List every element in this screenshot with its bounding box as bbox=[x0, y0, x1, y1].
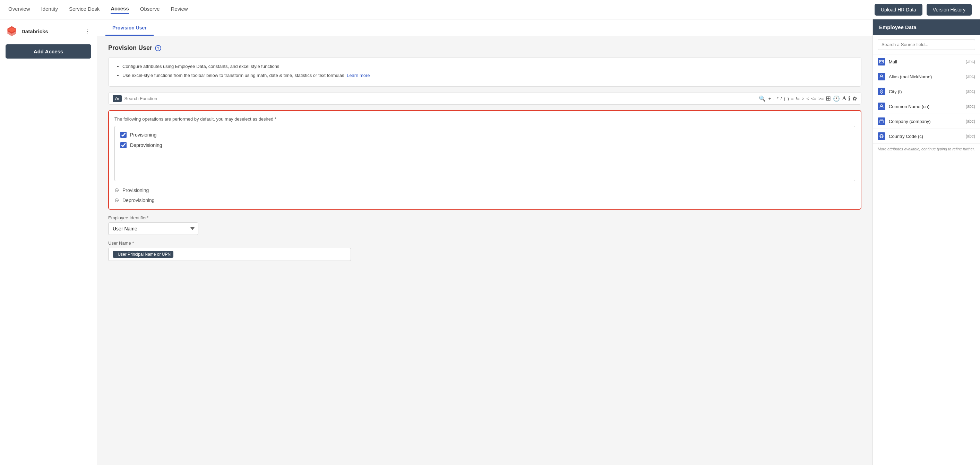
field-type-company: (abc) bbox=[966, 119, 975, 124]
field-name-city: City (l) bbox=[889, 89, 963, 94]
info-item-2: Use excel-style functions from the toolb… bbox=[123, 72, 854, 79]
brand-name: Databricks bbox=[22, 29, 48, 34]
svg-point-5 bbox=[881, 91, 882, 92]
op-divide[interactable]: / bbox=[781, 96, 782, 101]
field-item-mail[interactable]: Mail (abc) bbox=[873, 54, 980, 69]
op-minus[interactable]: - bbox=[773, 96, 774, 101]
deprovisioning-radio-label: Deprovisioning bbox=[123, 197, 155, 203]
top-nav-buttons: Upload HR Data Version History bbox=[875, 4, 972, 16]
deprovisioning-checkbox[interactable] bbox=[120, 142, 127, 148]
main-content: Provision User Provision User ? Configur… bbox=[97, 19, 872, 465]
deprovisioning-checkbox-row: Deprovisioning bbox=[120, 142, 849, 148]
scroll-tabs: Provision User bbox=[97, 19, 872, 36]
field-type-country-code: (abc) bbox=[966, 134, 975, 139]
field-name-company: Company (company) bbox=[889, 119, 963, 124]
user-name-box: User Name * | User Principal Name or UPN bbox=[108, 240, 861, 261]
deprovisioning-radio-row: ⊖ Deprovisioning bbox=[115, 197, 855, 203]
op-multiply[interactable]: * bbox=[777, 96, 778, 101]
provisioning-radio-row: ⊖ Provisioning bbox=[115, 187, 855, 194]
op-greater[interactable]: > bbox=[802, 96, 805, 101]
field-name-alias: Alias (mailNickName) bbox=[889, 74, 963, 79]
op-open-paren[interactable]: ( bbox=[784, 96, 785, 101]
svg-rect-7 bbox=[880, 120, 883, 123]
search-function-input[interactable] bbox=[124, 96, 756, 101]
field-item-country-code[interactable]: Country Code (c) (abc) bbox=[873, 129, 980, 144]
op-plus[interactable]: + bbox=[768, 96, 771, 101]
op-less[interactable]: < bbox=[806, 96, 809, 101]
field-item-company[interactable]: Company (company) (abc) bbox=[873, 114, 980, 129]
field-type-mail: (abc) bbox=[966, 59, 975, 64]
provisioning-checkbox-row: Provisioning bbox=[120, 132, 849, 138]
databricks-logo-icon bbox=[6, 25, 18, 37]
op-not-equals[interactable]: != bbox=[796, 96, 800, 101]
field-item-city[interactable]: City (l) (abc) bbox=[873, 84, 980, 99]
field-icon-mail bbox=[878, 58, 885, 65]
nav-service-desk[interactable]: Service Desk bbox=[69, 6, 100, 13]
settings-icon[interactable]: ✿ bbox=[853, 95, 857, 102]
employee-identifier-label: Employee Identifier* bbox=[108, 215, 861, 221]
top-nav: Overview Identity Service Desk Access Ob… bbox=[0, 0, 980, 19]
field-name-mail: Mail bbox=[889, 59, 963, 65]
sidebar-brand: Databricks ⋮ bbox=[6, 25, 91, 37]
op-equals[interactable]: = bbox=[791, 96, 794, 101]
employee-data-footer: More attributes available, continue typi… bbox=[873, 144, 980, 154]
svg-rect-3 bbox=[880, 60, 884, 63]
op-greater-equals[interactable]: >= bbox=[818, 96, 824, 101]
field-type-common-name: (abc) bbox=[966, 104, 975, 109]
info-box: Configure attributes using Employee Data… bbox=[108, 57, 861, 87]
info-circle-icon[interactable]: ℹ bbox=[848, 95, 850, 102]
brand-info: Databricks bbox=[6, 25, 48, 37]
operations-box: The following operations are performed b… bbox=[108, 110, 861, 209]
provisioning-radio-label: Provisioning bbox=[123, 187, 149, 193]
fx-badge: fx bbox=[113, 95, 122, 102]
field-icon-common-name bbox=[878, 103, 885, 110]
deprovisioning-radio-icon: ⊖ bbox=[115, 197, 119, 203]
field-icon-company bbox=[878, 117, 885, 125]
deprovisioning-checkbox-label: Deprovisioning bbox=[130, 143, 162, 148]
learn-more-link[interactable]: Learn more bbox=[347, 73, 370, 78]
provisioning-checkbox[interactable] bbox=[120, 132, 127, 138]
nav-links: Overview Identity Service Desk Access Ob… bbox=[8, 6, 188, 14]
field-icon-city bbox=[878, 88, 885, 95]
formula-operators: + - * / ( ) = != > < <= >= ⊞ 🕐 A ℹ ✿ bbox=[768, 95, 857, 102]
more-options-icon[interactable]: ⋮ bbox=[84, 27, 91, 35]
section-title: Provision User ? bbox=[108, 44, 861, 52]
employee-data-field-list: Mail (abc) Alias (mailNickName) (abc) Ci… bbox=[873, 54, 980, 144]
info-list: Configure attributes using Employee Data… bbox=[116, 63, 854, 79]
add-access-button[interactable]: Add Access bbox=[6, 44, 91, 59]
field-item-common-name[interactable]: Common Name (cn) (abc) bbox=[873, 99, 980, 114]
nav-review[interactable]: Review bbox=[171, 6, 188, 13]
version-history-button[interactable]: Version History bbox=[927, 4, 972, 16]
employee-data-search bbox=[873, 35, 980, 54]
formula-bar: fx 🔍 + - * / ( ) = != > < <= >= ⊞ bbox=[108, 92, 861, 105]
field-name-country-code: Country Code (c) bbox=[889, 134, 963, 139]
sidebar: Databricks ⋮ Add Access bbox=[0, 19, 97, 465]
operations-description: The following operations are performed b… bbox=[115, 116, 855, 122]
field-icon-alias bbox=[878, 73, 885, 80]
nav-overview[interactable]: Overview bbox=[8, 6, 30, 13]
op-close-paren[interactable]: ) bbox=[788, 96, 789, 101]
op-less-equals[interactable]: <= bbox=[811, 96, 816, 101]
nav-observe[interactable]: Observe bbox=[140, 6, 160, 13]
employee-data-panel-header: Employee Data bbox=[873, 19, 980, 35]
field-name-common-name: Common Name (cn) bbox=[889, 104, 963, 109]
tab-provision-user[interactable]: Provision User bbox=[105, 21, 154, 36]
field-type-alias: (abc) bbox=[966, 74, 975, 79]
field-type-city: (abc) bbox=[966, 89, 975, 94]
user-name-label: User Name * bbox=[108, 240, 861, 246]
text-icon[interactable]: A bbox=[842, 95, 846, 102]
user-name-input-wrap: | User Principal Name or UPN bbox=[108, 248, 351, 261]
nav-access[interactable]: Access bbox=[111, 6, 129, 14]
field-item-alias[interactable]: Alias (mailNickName) (abc) bbox=[873, 69, 980, 84]
employee-identifier-select[interactable]: User Name bbox=[108, 222, 198, 235]
search-function-icon[interactable]: 🔍 bbox=[759, 95, 766, 102]
help-icon[interactable]: ? bbox=[155, 45, 161, 51]
employee-data-panel: Employee Data Mail (abc) Alias (mailNick… bbox=[872, 19, 980, 465]
clock-icon[interactable]: 🕐 bbox=[833, 95, 840, 102]
nav-identity[interactable]: Identity bbox=[41, 6, 58, 13]
grid-icon[interactable]: ⊞ bbox=[826, 95, 831, 102]
employee-data-search-input[interactable] bbox=[878, 39, 975, 50]
upload-hr-data-button[interactable]: Upload HR Data bbox=[875, 4, 923, 16]
operations-inner-box: Provisioning Deprovisioning bbox=[115, 126, 855, 181]
provisioning-checkbox-label: Provisioning bbox=[130, 132, 156, 138]
